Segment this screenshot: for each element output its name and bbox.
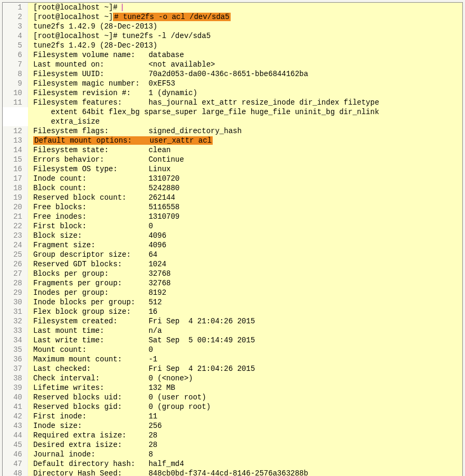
line-content[interactable]: Blocks per group: 32768 <box>28 269 462 278</box>
code-line[interactable]: 43Inode size: 256 <box>3 421 462 431</box>
code-line[interactable]: 35Mount count: 0 <box>3 345 462 354</box>
code-line[interactable]: 16Filesystem OS type: Linux <box>3 164 462 174</box>
line-content[interactable]: Filesystem revision #: 1 (dynamic) <box>28 88 462 98</box>
line-content[interactable]: [root@localhost ~]# tune2fs -l /dev/sda5 <box>28 31 462 41</box>
code-line[interactable]: 32Filesystem created: Fri Sep 4 21:04:26… <box>3 316 462 326</box>
code-line[interactable]: 47Default directory hash: half_md4 <box>3 459 462 469</box>
code-line[interactable]: 25Group descriptor size: 64 <box>3 250 462 259</box>
line-number: 38 <box>3 374 28 383</box>
line-content[interactable]: Journal inode: 8 <box>28 450 462 459</box>
line-content[interactable]: tune2fs 1.42.9 (28-Dec-2013) <box>28 41 462 50</box>
code-line[interactable]: 23Block size: 4096 <box>3 231 462 240</box>
code-line[interactable]: 5tune2fs 1.42.9 (28-Dec-2013) <box>3 41 462 50</box>
line-content[interactable]: Group descriptor size: 64 <box>28 250 462 259</box>
line-content[interactable]: Inode size: 256 <box>28 421 462 431</box>
code-line[interactable]: 46Journal inode: 8 <box>3 450 462 459</box>
code-line[interactable]: 42First inode: 11 <box>3 412 462 421</box>
code-line[interactable]: 3tune2fs 1.42.9 (28-Dec-2013) <box>3 22 462 31</box>
line-content[interactable]: Required extra isize: 28 <box>28 431 462 440</box>
line-content[interactable]: Filesystem UUID: 70a2d053-da00-436c-8651… <box>28 69 462 79</box>
code-line[interactable]: 10Filesystem revision #: 1 (dynamic) <box>3 88 462 98</box>
code-line[interactable]: 37Last checked: Fri Sep 4 21:04:26 2015 <box>3 364 462 374</box>
line-content[interactable]: Free blocks: 5116558 <box>28 202 462 212</box>
code-line[interactable]: 17Inode count: 1310720 <box>3 174 462 183</box>
code-line[interactable]: 15Errors behavior: Continue <box>3 155 462 164</box>
code-line[interactable]: 11Filesystem features: has_journal ext_a… <box>3 98 462 126</box>
code-line[interactable]: 8Filesystem UUID: 70a2d053-da00-436c-865… <box>3 69 462 79</box>
line-content[interactable]: First block: 0 <box>28 221 462 231</box>
code-line[interactable]: 7Last mounted on: <not available> <box>3 60 462 69</box>
line-content[interactable]: Reserved blocks gid: 0 (group root) <box>28 402 462 412</box>
line-content[interactable]: Last mount time: n/a <box>28 326 462 335</box>
line-content[interactable]: Directory Hash Seed: 848cb0bd-f374-44cd-… <box>28 469 462 476</box>
line-content[interactable]: Default mount options: user_xattr acl <box>28 136 462 145</box>
code-line[interactable]: 9Filesystem magic number: 0xEF53 <box>3 79 462 88</box>
code-line[interactable]: 34Last write time: Sat Sep 5 00:14:49 20… <box>3 335 462 345</box>
code-line[interactable]: 33Last mount time: n/a <box>3 326 462 335</box>
line-content[interactable]: Reserved GDT blocks: 1024 <box>28 259 462 269</box>
code-line[interactable]: 29Inodes per group: 8192 <box>3 288 462 297</box>
code-line[interactable]: 36Maximum mount count: -1 <box>3 354 462 364</box>
code-line[interactable]: 38Check interval: 0 (<none>) <box>3 374 462 383</box>
code-line[interactable]: 1[root@localhost ~]# <box>3 3 462 12</box>
code-line[interactable]: 6Filesystem volume name: database <box>3 50 462 60</box>
code-line[interactable]: 20Free blocks: 5116558 <box>3 202 462 212</box>
line-content[interactable]: Filesystem flags: signed_directory_hash <box>28 126 462 136</box>
code-line[interactable]: 12Filesystem flags: signed_directory_has… <box>3 126 462 136</box>
code-line[interactable]: 41Reserved blocks gid: 0 (group root) <box>3 402 462 412</box>
line-content[interactable]: Fragment size: 4096 <box>28 240 462 250</box>
code-line[interactable]: 19Reserved block count: 262144 <box>3 193 462 202</box>
line-content[interactable]: Block size: 4096 <box>28 231 462 240</box>
line-content[interactable]: Desired extra isize: 28 <box>28 440 462 450</box>
code-line[interactable]: 39Lifetime writes: 132 MB <box>3 383 462 393</box>
line-content[interactable]: Inode blocks per group: 512 <box>28 297 462 307</box>
line-content[interactable]: Filesystem volume name: database <box>28 50 462 60</box>
code-line[interactable]: 24Fragment size: 4096 <box>3 240 462 250</box>
line-content[interactable]: Flex block group size: 16 <box>28 307 462 316</box>
code-line[interactable]: 45Desired extra isize: 28 <box>3 440 462 450</box>
code-line[interactable]: 31Flex block group size: 16 <box>3 307 462 316</box>
line-content[interactable]: Fragments per group: 32768 <box>28 278 462 288</box>
line-content[interactable]: Free inodes: 1310709 <box>28 212 462 221</box>
line-content[interactable]: Block count: 5242880 <box>28 183 462 193</box>
code-line[interactable]: 2[root@localhost ~]# tune2fs -o acl /dev… <box>3 12 462 22</box>
line-content[interactable]: [root@localhost ~]# tune2fs -o acl /dev/… <box>28 12 462 22</box>
line-content[interactable]: Last checked: Fri Sep 4 21:04:26 2015 <box>28 364 462 374</box>
line-content[interactable]: Check interval: 0 (<none>) <box>28 374 462 383</box>
line-content[interactable]: Filesystem features: has_journal ext_att… <box>28 98 462 126</box>
line-content[interactable]: [root@localhost ~]# <box>28 3 462 12</box>
code-line[interactable]: 4[root@localhost ~]# tune2fs -l /dev/sda… <box>3 31 462 41</box>
code-line[interactable]: 18Block count: 5242880 <box>3 183 462 193</box>
line-content[interactable]: Reserved blocks uid: 0 (user root) <box>28 393 462 402</box>
code-line[interactable]: 30Inode blocks per group: 512 <box>3 297 462 307</box>
line-content[interactable]: Filesystem created: Fri Sep 4 21:04:26 2… <box>28 316 462 326</box>
code-line[interactable]: 13Default mount options: user_xattr acl <box>3 136 462 145</box>
code-line[interactable]: 26Reserved GDT blocks: 1024 <box>3 259 462 269</box>
line-content[interactable]: Maximum mount count: -1 <box>28 354 462 364</box>
line-number: 40 <box>3 393 28 402</box>
text-segment: [root@localhost ~] <box>33 13 113 21</box>
line-content[interactable]: Default directory hash: half_md4 <box>28 459 462 469</box>
code-line[interactable]: 44Required extra isize: 28 <box>3 431 462 440</box>
code-line[interactable]: 27Blocks per group: 32768 <box>3 269 462 278</box>
line-content[interactable]: Errors behavior: Continue <box>28 155 462 164</box>
line-content[interactable]: Filesystem OS type: Linux <box>28 164 462 174</box>
line-content[interactable]: Filesystem state: clean <box>28 145 462 155</box>
code-editor[interactable]: 1[root@localhost ~]# 2[root@localhost ~]… <box>3 3 462 476</box>
line-content[interactable]: Mount count: 0 <box>28 345 462 354</box>
code-line[interactable]: 48Directory Hash Seed: 848cb0bd-f374-44c… <box>3 469 462 476</box>
code-line[interactable]: 40Reserved blocks uid: 0 (user root) <box>3 393 462 402</box>
code-line[interactable]: 21Free inodes: 1310709 <box>3 212 462 221</box>
line-content[interactable]: Last write time: Sat Sep 5 00:14:49 2015 <box>28 335 462 345</box>
line-content[interactable]: Filesystem magic number: 0xEF53 <box>28 79 462 88</box>
line-content[interactable]: Reserved block count: 262144 <box>28 193 462 202</box>
line-content[interactable]: Last mounted on: <not available> <box>28 60 462 69</box>
code-line[interactable]: 22First block: 0 <box>3 221 462 231</box>
line-content[interactable]: First inode: 11 <box>28 412 462 421</box>
line-content[interactable]: Lifetime writes: 132 MB <box>28 383 462 393</box>
code-line[interactable]: 28Fragments per group: 32768 <box>3 278 462 288</box>
line-content[interactable]: Inode count: 1310720 <box>28 174 462 183</box>
line-content[interactable]: Inodes per group: 8192 <box>28 288 462 297</box>
line-content[interactable]: tune2fs 1.42.9 (28-Dec-2013) <box>28 22 462 31</box>
code-line[interactable]: 14Filesystem state: clean <box>3 145 462 155</box>
